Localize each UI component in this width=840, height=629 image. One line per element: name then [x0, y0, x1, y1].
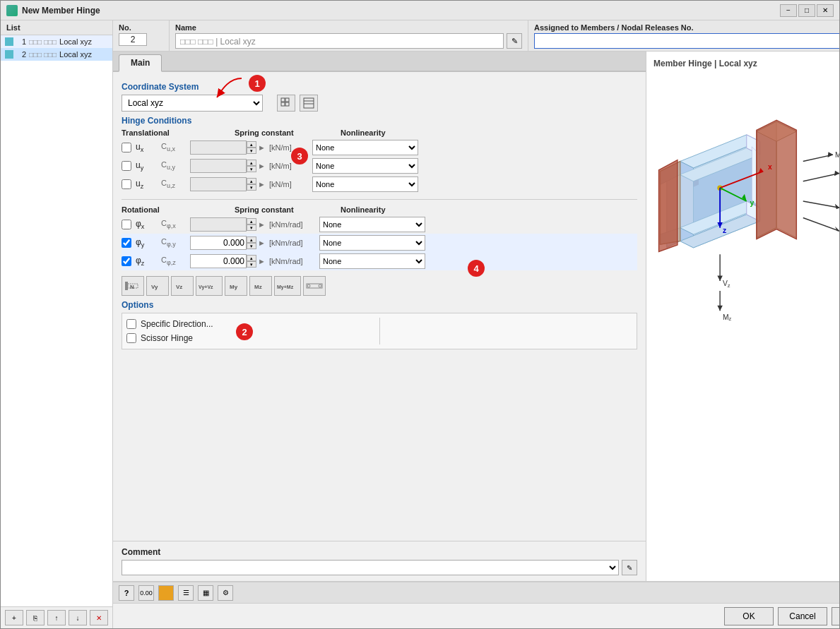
phiz-checkbox[interactable]: [122, 256, 131, 266]
new-item-button[interactable]: +: [5, 610, 23, 625]
coord-btn-1[interactable]: [277, 95, 295, 112]
maximize-button[interactable]: □: [798, 4, 815, 17]
duplicate-button[interactable]: ⎘: [26, 610, 45, 625]
list-item-num: 2: [16, 50, 26, 59]
list-item[interactable]: 1 □□□ □□□ Local xyz: [1, 35, 112, 48]
preview-title: Member Hinge | Local xyz: [653, 59, 757, 68]
top-header: No. 2 Name □□□ □□□ | Local xyz ✎ Assigne…: [113, 20, 839, 52]
status-settings-button[interactable]: ⚙: [218, 585, 233, 601]
ux-spin-down[interactable]: ▾: [247, 148, 256, 154]
list-item-color: [5, 50, 13, 59]
uz-spin-down[interactable]: ▾: [247, 184, 256, 191]
uy-label: uy: [136, 160, 157, 172]
comment-row: ✎: [122, 560, 637, 575]
list-item[interactable]: 2 □□□ □□□ Local xyz: [1, 48, 112, 61]
ux-checkbox[interactable]: [122, 143, 131, 152]
svg-marker-43: [757, 120, 796, 239]
assigned-field[interactable]: [534, 33, 839, 49]
apply-button[interactable]: Apply: [832, 607, 839, 625]
svg-text:My+Mz: My+Mz: [277, 284, 294, 290]
phiy-nonlin-select[interactable]: None: [319, 235, 425, 251]
phix-spin-down[interactable]: ▾: [247, 224, 256, 231]
uy-spring-input[interactable]: [190, 159, 247, 173]
phix-checkbox[interactable]: [122, 220, 131, 229]
cancel-button[interactable]: Cancel: [778, 607, 827, 625]
hinge-btn-n[interactable]: N: [122, 276, 144, 296]
svg-text:z: z: [723, 227, 726, 234]
status-chart-button[interactable]: ▦: [198, 585, 213, 601]
ok-button[interactable]: OK: [724, 607, 774, 625]
phiz-spin-up[interactable]: ▴: [247, 255, 256, 261]
help-button[interactable]: ?: [119, 585, 134, 601]
phiy-spin-down[interactable]: ▾: [247, 243, 256, 249]
ux-nonlin-select[interactable]: None: [312, 140, 418, 155]
uz-checkbox[interactable]: [122, 179, 131, 189]
svg-text:Mz: Mz: [254, 284, 262, 290]
hinge-btn-mz[interactable]: Mz: [249, 276, 272, 296]
phiz-spin-down[interactable]: ▾: [247, 261, 256, 268]
preview-svg: x y z Mx N Vy: [653, 74, 839, 328]
hinge-row-phix: φx Cφ,x ▴ ▾ ► [kNm/: [122, 215, 637, 234]
uy-checkbox[interactable]: [122, 161, 131, 171]
phiy-spring-input[interactable]: [190, 236, 247, 250]
hinge-btn-vyvz[interactable]: Vy+Vz: [196, 276, 223, 296]
phiy-spin-up[interactable]: ▴: [247, 236, 256, 243]
list-footer: + ⎘ ↑ ↓ ✕: [1, 606, 112, 628]
uy-nonlin-select[interactable]: None: [312, 158, 418, 174]
ux-label: ux: [136, 142, 157, 153]
phix-spin-up[interactable]: ▴: [247, 218, 256, 224]
svg-rect-2: [281, 102, 285, 106]
delete-button[interactable]: ✕: [90, 610, 108, 625]
phix-unit: [kNm/rad]: [269, 220, 315, 229]
svg-rect-0: [281, 98, 285, 102]
ux-spin-up[interactable]: ▴: [247, 141, 256, 148]
specific-direction-checkbox[interactable]: [126, 319, 136, 329]
move-up-button[interactable]: ↑: [47, 610, 66, 625]
phix-nonlin-select[interactable]: None: [319, 217, 425, 232]
form-content: Coordinate System Local xyz Global XYZ 1: [113, 72, 646, 355]
coordinate-system-select[interactable]: Local xyz Global XYZ: [122, 95, 263, 112]
phiy-label: φy: [136, 237, 157, 248]
uz-unit: [kN/m]: [269, 180, 308, 188]
form-panel: Main Coordinate System Local xyz Global …: [113, 52, 646, 581]
uz-nonlin-select[interactable]: None: [312, 176, 418, 192]
hinge-btn-all[interactable]: [303, 276, 326, 296]
status-color-button[interactable]: [158, 585, 174, 601]
status-bar: ? 0.00 ☰ ▦ ⚙: [113, 582, 839, 603]
hinge-btn-mymz[interactable]: My+Mz: [274, 276, 301, 296]
phix-spring-input[interactable]: [190, 217, 247, 232]
rotational-col-headers: Rotational Spring constant Nonlinearity: [122, 205, 637, 214]
move-down-button[interactable]: ↓: [69, 610, 87, 625]
svg-text:x: x: [768, 163, 772, 171]
coord-btn-2[interactable]: [300, 95, 318, 112]
ux-spring-input[interactable]: [190, 140, 247, 155]
bottom-area: ? 0.00 ☰ ▦ ⚙ OK Cancel Apply: [113, 581, 839, 628]
hinge-mz-icon: Mz: [252, 279, 269, 293]
comment-edit-button[interactable]: ✎: [622, 560, 637, 575]
status-list-button[interactable]: ☰: [178, 585, 194, 601]
uz-spin-up[interactable]: ▴: [247, 178, 256, 184]
hinge-btn-vz[interactable]: Vz: [171, 276, 194, 296]
status-info-button[interactable]: 0.00: [138, 585, 154, 601]
phiz-spring-input[interactable]: [190, 254, 247, 268]
svg-rect-3: [285, 102, 289, 106]
minimize-button[interactable]: −: [780, 4, 797, 17]
comment-select[interactable]: [122, 560, 619, 575]
hinge-btn-vy[interactable]: Vy: [146, 276, 169, 296]
phiy-checkbox[interactable]: [122, 238, 131, 248]
name-label: Name: [175, 23, 522, 32]
list-item-blocks: □□□ □□□: [29, 51, 57, 59]
uz-spring-input[interactable]: [190, 177, 247, 191]
svg-rect-7: [125, 282, 128, 290]
uy-spin-up[interactable]: ▴: [247, 160, 256, 166]
hinge-btn-my[interactable]: My: [225, 276, 247, 296]
uy-spin-down[interactable]: ▾: [247, 166, 256, 172]
scissor-hinge-checkbox[interactable]: [126, 333, 136, 343]
left-panel: List 1 □□□ □□□ Local xyz 2 □□□ □□□ Local…: [1, 20, 113, 628]
close-button[interactable]: ✕: [817, 4, 834, 17]
hinge-conditions-label: Hinge Conditions: [122, 116, 637, 126]
tab-main[interactable]: Main: [119, 54, 162, 72]
options-section: Options Specific Direction...: [122, 300, 637, 349]
phiz-nonlin-select[interactable]: None: [319, 253, 425, 269]
name-edit-button[interactable]: ✎: [507, 33, 522, 49]
